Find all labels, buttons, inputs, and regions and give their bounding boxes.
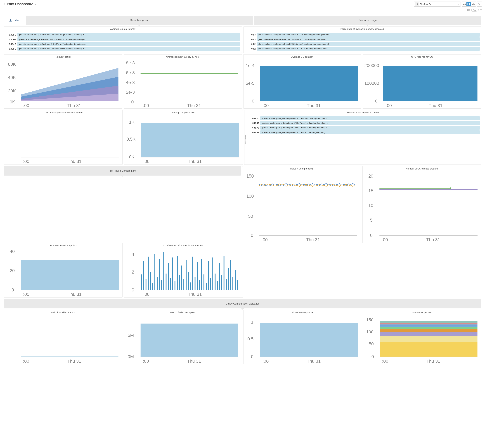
chart-title: Average response size (124, 110, 242, 115)
svg-text:15: 15 (368, 188, 373, 193)
svg-rect-103 (210, 278, 211, 290)
svg-text:Thu 31: Thu 31 (187, 103, 201, 108)
svg-text:0: 0 (251, 233, 253, 238)
svg-text:10: 10 (368, 203, 373, 208)
star-icon[interactable]: ☆ (3, 2, 6, 6)
svg-rect-114 (235, 270, 236, 290)
svg-rect-82 (164, 252, 164, 290)
svg-rect-29 (383, 66, 477, 101)
time-range-picker[interactable]: 1d The Past Day ▾ (414, 1, 461, 7)
chart-canvas: 10.50 :00Thu 31 (245, 315, 360, 363)
svg-rect-85 (170, 278, 171, 290)
svg-rect-94 (190, 282, 191, 290)
chart-grpc-messages[interactable]: GRPC messages sent/received by host :00T… (4, 110, 123, 165)
chevron-down-icon[interactable]: ⌄ (35, 2, 37, 6)
svg-text::00: :00 (23, 103, 29, 108)
svg-text:Thu 31: Thu 31 (67, 359, 81, 364)
chart-avg-gc-duration[interactable]: Average GC duration 1e-45e-50 :00Thu 31 (243, 54, 361, 109)
svg-text::00: :00 (261, 237, 268, 242)
chart-instances-per-url[interactable]: # Instances per URL 150100500 :00Thu 31 (363, 310, 481, 364)
svg-text:1K: 1K (129, 120, 134, 125)
svg-rect-144 (380, 327, 477, 329)
chart-canvas: 40200 :00Thu 31 (5, 248, 121, 297)
chart-cpu-for-gc[interactable]: CPU required for GC 2000001000000 :00Thu… (363, 54, 481, 109)
list-item[interactable]: 6.00e-3gke-istio-cluster-paul-g-default-… (5, 33, 240, 37)
toplist-title: Hosts with the highest GC time (244, 110, 481, 115)
svg-text::00: :00 (262, 103, 269, 108)
chart-max-fd[interactable]: Max # of File Descriptors 5M0M :00Thu 31 (124, 310, 242, 364)
svg-text:100000: 100000 (364, 81, 379, 86)
svg-text::00: :00 (262, 359, 269, 364)
svg-text:0: 0 (12, 288, 14, 292)
svg-text:0: 0 (375, 98, 378, 104)
svg-text:0K: 0K (10, 99, 15, 104)
chart-title: CPU required for GC (363, 55, 481, 59)
chart-title: GRPC messages sent/received by host (4, 110, 122, 115)
heading-mesh-throughput: Mesh throughput (26, 16, 253, 25)
svg-text:0: 0 (370, 233, 373, 238)
chart-canvas: 150100500 :00Thu 31 (364, 315, 480, 363)
toplist-avg-request-latency: Average request latency 6.00e-3gke-istio… (4, 26, 242, 53)
svg-text:Thu 31: Thu 31 (426, 237, 440, 242)
svg-rect-100 (203, 274, 204, 290)
list-item[interactable]: 0.03gke-istio-cluster-paul-g-default-poo… (245, 37, 480, 41)
list-item[interactable]: 0.03gke-istio-cluster-paul-g-default-poo… (245, 33, 480, 37)
svg-text:Thu 31: Thu 31 (68, 159, 81, 164)
chevron-down-icon: ▾ (457, 3, 461, 5)
svg-rect-91 (183, 279, 184, 290)
chart-title: LDS/EDS/RDS/CDS Build,Send Errors (124, 243, 242, 248)
list-item[interactable]: 638.72gke-istio-cluster-paul-g-default-p… (248, 126, 480, 130)
svg-rect-145 (380, 324, 477, 327)
svg-rect-143 (380, 329, 477, 332)
istio-tile: Istio (4, 16, 24, 25)
svg-rect-96 (195, 277, 196, 290)
svg-rect-111 (228, 268, 229, 290)
svg-text:40: 40 (10, 249, 15, 254)
istio-label: Istio (14, 19, 19, 22)
chart-request-count[interactable]: Request count 60K40K20K0K :00Thu 31 (4, 54, 122, 109)
svg-text:4e-3: 4e-3 (126, 80, 135, 85)
list-item[interactable]: 639.20gke-istio-cluster-paul-g-default-p… (248, 116, 480, 120)
svg-rect-140 (380, 342, 477, 357)
rewind-button[interactable]: ◀◀ (462, 2, 467, 6)
search-button[interactable] (477, 1, 482, 7)
chart-xds-endpoints[interactable]: XDS connected endpoints 40200 :00Thu 31 (4, 243, 123, 297)
svg-text:5: 5 (370, 218, 373, 223)
chart-heap-in-use[interactable]: Heap in use (percent) 150100500 :00Thu 3… (242, 166, 361, 243)
list-item[interactable]: 638.93gke-istio-cluster-paul-g-default-p… (248, 121, 480, 125)
pause-button[interactable]: ❚❚ (467, 2, 471, 6)
monitor-icon[interactable]: 🖵 (480, 9, 482, 11)
svg-text:20: 20 (10, 268, 15, 273)
chart-lds-errors[interactable]: LDS/EDS/RDS/CDS Build,Send Errors 420 :0… (124, 243, 243, 297)
chart-canvas: 8e-36e-34e-32e-30 :00Thu 31 (125, 59, 240, 108)
search-icon (478, 3, 480, 5)
list-item[interactable]: 6.00e-3gke-istio-cluster-paul-g-default-… (5, 42, 240, 46)
chart-virtual-memory[interactable]: Virtual Memory Size 10.50 :00Thu 31 (243, 310, 361, 364)
keyboard-icon[interactable]: ⌨ (467, 9, 470, 11)
chart-avg-response-size[interactable]: Average response size 1K0.5K0K :00Thu 31 (124, 110, 243, 165)
esc-key-hint: Esc (471, 9, 477, 12)
svg-text:150: 150 (246, 174, 254, 178)
svg-rect-125 (141, 324, 238, 357)
svg-text:Thu 31: Thu 31 (68, 292, 82, 297)
svg-rect-84 (168, 263, 169, 290)
svg-text:200000: 200000 (364, 63, 379, 68)
svg-text::00: :00 (143, 359, 149, 364)
svg-rect-97 (197, 262, 198, 290)
heading-galley: Galley Configuration Validation (4, 299, 481, 308)
svg-rect-81 (161, 280, 162, 290)
forward-button[interactable]: ▶▶ (471, 2, 476, 6)
list-item[interactable]: 0.02gke-istio-cluster-paul-g-default-poo… (245, 42, 480, 46)
list-item[interactable]: 6.00e-3gke-istio-cluster-paul-g-default-… (5, 37, 240, 41)
svg-text:0M: 0M (128, 354, 134, 359)
list-item[interactable]: 6.00e-3gke-istio-cluster-paul-g-default-… (5, 47, 240, 51)
chart-avg-latency-by-host[interactable]: Average request latency by host 8e-36e-3… (124, 54, 242, 109)
chart-title: Number of OS threads created (363, 166, 481, 171)
chart-endpoints-no-pod[interactable]: Endpoints without a pod :00Thu 31 (4, 310, 122, 364)
list-item[interactable]: 0.02gke-istio-cluster-paul-g-default-poo… (245, 47, 480, 51)
list-item[interactable]: 638.07gke-istio-cluster-paul-g-default-p… (248, 130, 480, 134)
chart-os-threads[interactable]: Number of OS threads created 20151050 :0… (362, 166, 481, 243)
svg-rect-95 (192, 256, 193, 290)
svg-rect-99 (201, 259, 202, 290)
svg-text::00: :00 (143, 292, 150, 297)
